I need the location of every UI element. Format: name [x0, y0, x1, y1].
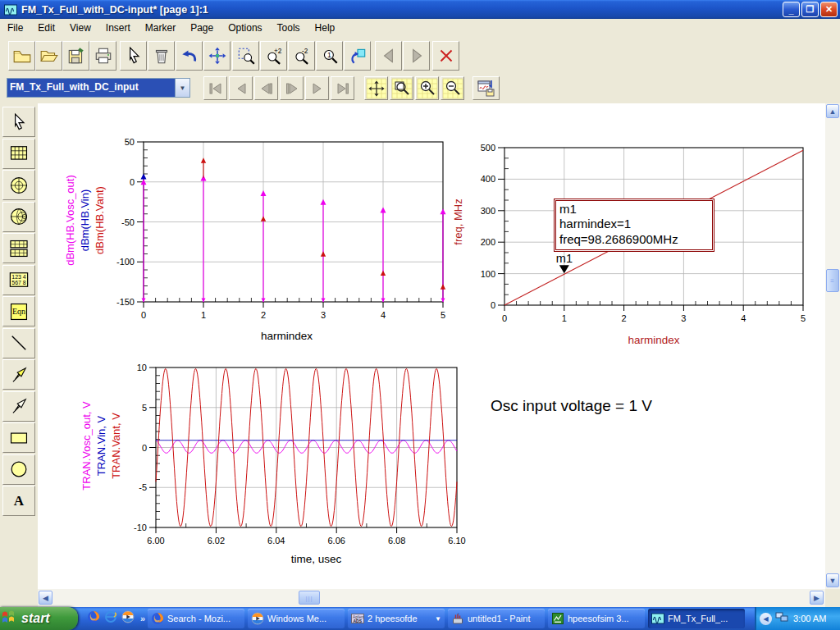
taskbar: start » Search - Mozi...Windows Me...Agi… — [0, 607, 840, 630]
restore-button[interactable]: ❐ — [801, 2, 819, 17]
chevron-down-icon[interactable]: ▼ — [175, 79, 189, 97]
menu-options[interactable]: Options — [221, 20, 269, 36]
svg-text:500: 500 — [481, 143, 495, 153]
fast-back-button[interactable] — [229, 76, 253, 100]
polar-plot-button[interactable] — [2, 170, 35, 200]
select-tool-button[interactable] — [2, 107, 35, 137]
internet-explorer-quicklaunch-icon[interactable] — [104, 610, 117, 627]
back-button[interactable] — [375, 41, 402, 71]
media-player-quicklaunch-icon[interactable] — [121, 610, 135, 627]
svg-text:3: 3 — [681, 313, 686, 323]
print-button[interactable] — [89, 41, 116, 71]
arrow-tool-button[interactable] — [2, 359, 35, 390]
sim-icon — [551, 612, 564, 625]
prev-page-button[interactable] — [254, 76, 278, 100]
fast-forward-button[interactable] — [305, 76, 329, 100]
scroll-right-button[interactable]: ▶ — [810, 591, 824, 605]
list-plot-button[interactable]: 123 4 567 8 — [2, 265, 35, 295]
zoom-out-button[interactable] — [441, 76, 464, 100]
menu-view[interactable]: View — [62, 20, 98, 36]
scroll-down-button[interactable]: ▼ — [826, 573, 839, 587]
scroll-left-button[interactable]: ◀ — [39, 591, 52, 605]
close-button[interactable]: ✕ — [820, 2, 838, 17]
svg-text:1: 1 — [562, 313, 567, 323]
rectangular-plot-button[interactable] — [2, 139, 35, 169]
open-button[interactable] — [35, 41, 62, 71]
vertical-scroll-thumb[interactable]: ≡ — [826, 269, 839, 292]
svg-text:0: 0 — [141, 310, 146, 320]
tray-chevron-icon[interactable]: ◀ — [760, 613, 772, 625]
taskbar-task-search-mozi-[interactable]: Search - Mozi... — [148, 609, 244, 628]
save-button[interactable] — [62, 41, 89, 71]
dataset-combobox-value: FM_Tx_Full_with_DC_input — [7, 79, 175, 97]
next-page-button[interactable] — [280, 76, 304, 100]
menu-edit[interactable]: Edit — [30, 20, 62, 36]
task-label: untitled1 - Paint — [468, 614, 541, 623]
menu-file[interactable]: File — [0, 20, 30, 36]
plots-svg: 500-50-100-150012345harmindex50040030020… — [38, 103, 825, 589]
start-button[interactable]: start — [0, 607, 78, 630]
menu-tools[interactable]: Tools — [270, 20, 308, 36]
taskbar-task-2-hpeesofde[interactable]: AgilentADS2 hpeesofde▼ — [348, 609, 445, 628]
undo-button[interactable] — [176, 41, 203, 71]
marker-name: m1 — [559, 202, 707, 217]
first-page-button[interactable] — [203, 76, 227, 100]
svg-text:3: 3 — [321, 310, 326, 320]
zoom-actual-button[interactable]: 1 — [316, 41, 343, 71]
zoom-in-2x-button[interactable]: +2 — [260, 41, 287, 71]
taskbar-task-windows-me-[interactable]: Windows Me... — [248, 609, 345, 628]
taskbar-task-untitled1-paint[interactable]: untitled1 - Paint — [448, 609, 545, 628]
system-tray: ◀ 3:00 AM — [755, 607, 840, 630]
svg-text:1: 1 — [326, 51, 331, 59]
scroll-up-button[interactable]: ▲ — [826, 104, 839, 118]
task-label: Search - Mozi... — [167, 614, 241, 623]
pan-view-button[interactable] — [364, 76, 388, 100]
menu-insert[interactable]: Insert — [98, 20, 138, 36]
svg-text:6.06: 6.06 — [327, 536, 345, 546]
menu-help[interactable]: Help — [308, 20, 343, 36]
svg-text:4: 4 — [741, 313, 746, 323]
minimize-button[interactable]: _ — [783, 2, 800, 17]
marker-x-value: harmindex=1 — [559, 217, 707, 231]
delete-item-button[interactable] — [148, 41, 175, 71]
taskbar-task-fm-tx-full-[interactable]: FM_Tx_Full_... — [648, 609, 745, 628]
annotation-text[interactable]: Osc input voltage = 1 V — [491, 397, 652, 415]
rectangle-tool-button[interactable] — [2, 422, 35, 453]
line-tool-button[interactable] — [2, 328, 35, 358]
zoom-out-2x-button[interactable]: -2 — [288, 41, 315, 71]
redraw-view-button[interactable] — [344, 41, 371, 71]
stacked-plot-button[interactable] — [2, 233, 35, 263]
new-button[interactable] — [8, 41, 35, 71]
menu-marker[interactable]: Marker — [138, 20, 183, 36]
move-button[interactable] — [203, 41, 231, 71]
vertical-scrollbar[interactable]: ▲ ≡ ▼ — [825, 103, 840, 589]
svg-text:400: 400 — [481, 174, 495, 184]
circle-tool-button[interactable] — [2, 454, 35, 485]
horizontal-scroll-thumb[interactable]: ||| — [299, 591, 320, 605]
marker-m1-readout[interactable]: m1 harmindex=1 freq=98.2686900MHz — [554, 199, 714, 252]
zoom-window-button[interactable] — [390, 76, 413, 100]
zoom-area-button[interactable] — [232, 41, 259, 71]
zoom-in-button[interactable] — [415, 76, 439, 100]
select-button[interactable] — [120, 41, 147, 71]
forward-button[interactable] — [403, 41, 430, 71]
firefox-quicklaunch-icon[interactable] — [87, 610, 100, 627]
network-icon[interactable] — [775, 611, 788, 626]
taskbar-task-hpeesofsim-3-[interactable]: hpeesofsim 3... — [548, 609, 645, 628]
drawing-canvas[interactable]: 500-50-100-150012345harmindex50040030020… — [38, 103, 825, 589]
open-data-display-button[interactable] — [472, 76, 500, 100]
last-page-button[interactable] — [331, 76, 354, 100]
quicklaunch-overflow-chevron[interactable]: » — [140, 614, 145, 623]
menu-page[interactable]: Page — [183, 20, 221, 36]
equation-button[interactable]: Eqn — [2, 296, 35, 326]
smith-chart-button[interactable] — [2, 202, 35, 232]
windows-flag-icon — [0, 609, 18, 628]
menu-bar: FileEditViewInsertMarkerPageOptionsTools… — [0, 19, 840, 38]
close-page-button[interactable] — [432, 41, 459, 71]
task-label: hpeesofsim 3... — [568, 614, 641, 623]
title-bar[interactable]: FM_Tx_Full_with_DC-input* [page 1]:1 _ ❐… — [0, 0, 840, 19]
arrow-outline-tool-button[interactable] — [2, 391, 35, 422]
text-tool-button[interactable]: A — [2, 486, 35, 516]
dataset-combobox[interactable]: FM_Tx_Full_with_DC_input ▼ — [7, 78, 190, 98]
horizontal-scrollbar[interactable]: ◀ ||| ▶ — [38, 589, 825, 607]
